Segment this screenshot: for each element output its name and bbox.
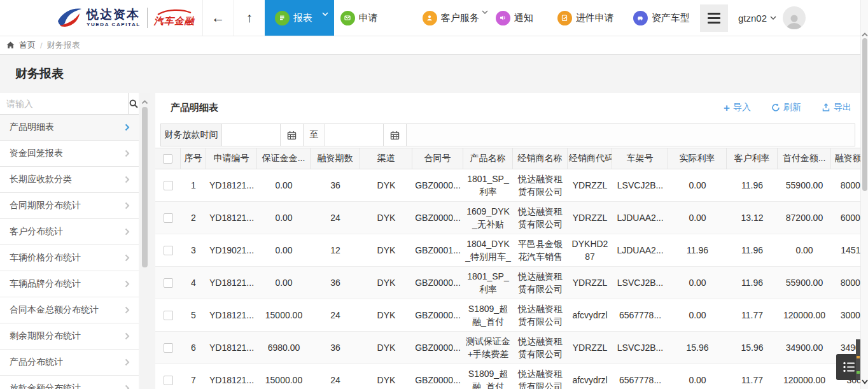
page-scrollbar-thumb[interactable] bbox=[862, 38, 867, 191]
table-row[interactable]: 4 YD18121... 0.00 36 DYK GBZ0000... 1801… bbox=[155, 267, 860, 299]
export-button[interactable]: 导出 bbox=[822, 102, 851, 113]
import-button[interactable]: + 导入 bbox=[724, 102, 751, 113]
search-input[interactable] bbox=[0, 93, 128, 114]
nav-up-button[interactable]: ↑ bbox=[234, 0, 265, 36]
sidebar-menu-item[interactable]: 放款金额分布统计 bbox=[0, 376, 139, 389]
cell-vin: LJDUAA2... bbox=[612, 202, 668, 234]
nav-back-button[interactable]: ← bbox=[202, 0, 234, 36]
speaker-icon bbox=[496, 11, 510, 25]
cell-actual-rate: 0.00 bbox=[668, 169, 727, 202]
cell-dealer-code: YDRZZL bbox=[568, 332, 612, 364]
table-row[interactable]: 5 YD18121... 15000.00 24 DYK GBZ0000... … bbox=[155, 299, 860, 332]
cell-product-name: 1804_DYK_特别用车_ bbox=[463, 234, 513, 267]
table-row[interactable]: 2 YD18121... 0.00 24 DYK GBZ0000... 1609… bbox=[155, 202, 860, 234]
row-checkbox[interactable] bbox=[164, 278, 173, 288]
row-checkbox[interactable] bbox=[164, 213, 173, 223]
column-header: 经销商名称 bbox=[513, 148, 568, 169]
sidebar-menu: 产品明细表 资金回笼报表 长期应收款分类 合同期限分布统计 bbox=[0, 115, 139, 389]
cell-finance-amount: 145110. bbox=[831, 234, 860, 267]
cell-product-name: 1609_DYK_无补贴 bbox=[463, 202, 513, 234]
cell-deposit: 0.00 bbox=[257, 234, 311, 267]
sidebar-menu-item[interactable]: 产品明细表 bbox=[0, 115, 139, 141]
sidebar-menu-item[interactable]: 产品分布统计 bbox=[0, 350, 139, 376]
tab-label: 报表 bbox=[293, 12, 312, 24]
sidebar-scrollbar[interactable] bbox=[140, 93, 150, 389]
column-header: 首付金额... bbox=[778, 148, 831, 169]
hamburger-menu-button[interactable] bbox=[700, 4, 728, 32]
refresh-button[interactable]: 刷新 bbox=[771, 102, 801, 113]
tab-label: 申请 bbox=[359, 12, 378, 24]
scroll-marker-green bbox=[857, 371, 860, 374]
sidebar-scrollbar-thumb[interactable] bbox=[142, 107, 148, 267]
date-to-input[interactable] bbox=[325, 124, 384, 146]
envelope-icon bbox=[340, 11, 355, 25]
cell-deposit: 0.00 bbox=[257, 202, 311, 234]
cell-apply-no: YD18121... bbox=[206, 169, 257, 202]
chevron-right-icon bbox=[125, 306, 130, 314]
date-to-calendar-button[interactable] bbox=[384, 124, 407, 146]
date-from-calendar-button[interactable] bbox=[281, 124, 304, 146]
sidebar-menu-item[interactable]: 车辆价格分布统计 bbox=[0, 245, 139, 271]
filter-bar: 财务放款时间 至 bbox=[160, 124, 855, 146]
scroll-down-icon[interactable] bbox=[861, 376, 868, 387]
table-row[interactable]: 3 YD19021... 0.00 12 DYK GBZ0001... 1804… bbox=[155, 234, 860, 267]
row-checkbox[interactable] bbox=[164, 246, 173, 255]
cell-dealer-name: 悦达融资租赁有限公司 bbox=[513, 169, 568, 202]
row-checkbox[interactable] bbox=[164, 181, 173, 190]
page-scrollbar[interactable] bbox=[860, 0, 868, 389]
chevron-right-icon bbox=[125, 150, 130, 157]
cell-product-name: S1809_超融_首付 bbox=[463, 364, 513, 389]
table-row[interactable]: 7 YD18121... 15000.00 24 DYK GBZ0000... … bbox=[155, 364, 860, 389]
table-row[interactable]: 6 YD18121... 6980.00 36 DYK GBZ0000... 测… bbox=[155, 332, 860, 364]
cell-contract-no: GBZ0000... bbox=[412, 202, 463, 234]
table-scrollbar-thumb[interactable] bbox=[856, 339, 860, 379]
column-header: 渠道 bbox=[360, 148, 412, 169]
cell-customer-rate: 11.77 bbox=[727, 299, 778, 332]
tab-reports[interactable]: 报表 bbox=[265, 0, 334, 36]
scroll-up-icon[interactable] bbox=[141, 95, 148, 107]
user-chevron-down-icon[interactable] bbox=[770, 16, 776, 20]
cell-seq: 5 bbox=[181, 299, 206, 332]
sidebar-menu-item[interactable]: 客户分布统计 bbox=[0, 219, 139, 245]
brand-name-cn: 悦达资本 bbox=[87, 8, 141, 20]
calendar-icon bbox=[390, 131, 400, 140]
cell-downpayment: 55900.00 bbox=[778, 267, 831, 299]
cell-periods: 36 bbox=[311, 267, 360, 299]
panel-actions: + 导入 刷新 导出 bbox=[724, 102, 851, 113]
sidebar-menu-item[interactable]: 长期应收款分类 bbox=[0, 167, 139, 193]
select-all-cell bbox=[155, 148, 181, 169]
sidebar-menu-item[interactable]: 资金回笼报表 bbox=[0, 141, 139, 167]
sidebar-menu-item[interactable]: 剩余期限分布统计 bbox=[0, 323, 139, 350]
table-row[interactable]: 1 YD18121... 0.00 36 DYK GBZ0000... 1801… bbox=[155, 169, 860, 202]
home-icon bbox=[6, 41, 15, 49]
avatar[interactable] bbox=[783, 6, 806, 29]
search-button[interactable] bbox=[128, 93, 139, 114]
sidebar-menu-item[interactable]: 合同期限分布统计 bbox=[0, 193, 139, 219]
tab-notifications[interactable]: 通知 bbox=[496, 0, 533, 36]
auto-finance-label: 汽车金融 bbox=[154, 15, 195, 27]
sidebar-menu-item[interactable]: 合同本金总额分布统计 bbox=[0, 297, 139, 323]
cell-deposit: 15000.00 bbox=[257, 364, 311, 389]
username[interactable]: gtzn02 bbox=[738, 13, 767, 24]
page-title: 财务报表 bbox=[15, 66, 64, 82]
tab-asset-models[interactable]: 资产车型 bbox=[633, 0, 690, 36]
tab-apply[interactable]: 申请 bbox=[340, 0, 378, 36]
cell-downpayment: 55900.00 bbox=[778, 169, 831, 202]
table-body: 1 YD18121... 0.00 36 DYK GBZ0000... 1801… bbox=[155, 169, 860, 389]
row-select-cell bbox=[155, 332, 181, 364]
cell-actual-rate: 15.96 bbox=[668, 332, 727, 364]
sidebar-item-label: 资金回笼报表 bbox=[10, 148, 125, 159]
date-from-input[interactable] bbox=[222, 124, 281, 146]
auto-finance-logo: 汽车金融 bbox=[154, 9, 195, 27]
breadcrumb-home[interactable]: 首页 bbox=[19, 39, 36, 51]
select-all-checkbox[interactable] bbox=[163, 154, 172, 164]
row-checkbox[interactable] bbox=[164, 311, 173, 320]
cell-vin: LSVCJ2B... bbox=[612, 169, 668, 202]
row-checkbox[interactable] bbox=[164, 343, 173, 353]
tab-customer-service[interactable]: 客户服务 bbox=[423, 0, 479, 36]
sidebar-item-label: 合同期限分布统计 bbox=[10, 200, 125, 211]
sidebar-menu-item[interactable]: 车辆品牌分布统计 bbox=[0, 271, 139, 297]
row-checkbox[interactable] bbox=[164, 376, 173, 385]
scroll-marker-orange bbox=[857, 356, 860, 358]
tab-intake-apply[interactable]: 进件申请 bbox=[557, 0, 614, 36]
